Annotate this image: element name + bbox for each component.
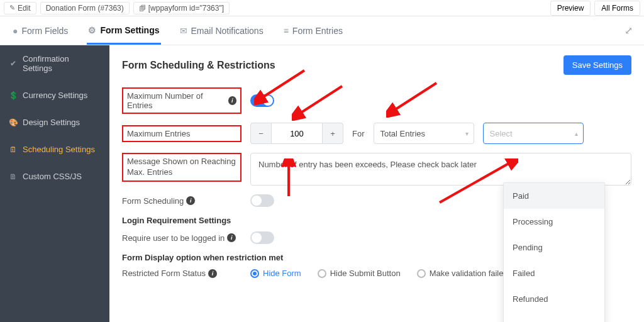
max-message-label: Message Shown on Reaching Max. Entries <box>122 153 242 182</box>
dropdown-option-abandoned[interactable]: Abandoned <box>504 312 604 322</box>
max-entries-toggle[interactable] <box>250 94 274 107</box>
sidebar-item-label: Confirmation Settings <box>23 54 101 73</box>
preview-button[interactable]: Preview <box>550 1 591 16</box>
for-select[interactable]: Total Entries▾ <box>374 123 474 144</box>
currency-icon: 💲 <box>9 91 18 100</box>
max-entries-toggle-label: Maximum Number of Entries i <box>122 87 242 114</box>
code-icon: 🗎 <box>9 172 18 181</box>
tab-label: Form Entries <box>292 26 343 36</box>
top-strip: ✎Edit Donation Form (#7363) 🗐[wppayform … <box>0 0 644 16</box>
pencil-icon: ✎ <box>9 4 15 12</box>
dropdown-option-pending[interactable]: Pending <box>504 235 604 260</box>
status-select-placeholder: Select <box>490 129 513 138</box>
max-entries-label: Maximum Entries <box>122 125 242 142</box>
radio-label: Hide Submit Button <box>330 269 401 278</box>
edit-label: Edit <box>18 4 31 13</box>
stepper-increment[interactable]: + <box>322 123 343 144</box>
form-name-chip[interactable]: Donation Form (#7363) <box>40 2 130 14</box>
restricted-status-label: Restricted Form Status i <box>122 269 242 278</box>
save-settings-button[interactable]: Save Settings <box>564 55 631 75</box>
tab-bar: ●Form Fields ⚙Form Settings ✉Email Notif… <box>0 16 644 45</box>
sidebar-item-label: Design Settings <box>23 118 80 127</box>
for-select-value: Total Entries <box>380 129 426 138</box>
all-forms-button[interactable]: All Forms <box>594 1 640 16</box>
info-icon[interactable]: i <box>208 269 217 278</box>
info-icon[interactable]: i <box>228 96 236 105</box>
info-icon[interactable]: i <box>227 233 236 242</box>
radio-label: Hide Form <box>263 269 301 278</box>
content-panel: Form Scheduling & Restrictions Save Sett… <box>109 45 644 322</box>
check-icon: ✔ <box>9 59 18 68</box>
edit-chip[interactable]: ✎Edit <box>4 2 36 14</box>
radio-hide-form[interactable]: Hide Form <box>250 269 301 278</box>
sidebar-item-confirmation[interactable]: ✔Confirmation Settings <box>0 45 109 82</box>
max-entries-stepper: − + <box>250 123 343 144</box>
mail-icon: ✉ <box>180 26 187 36</box>
radio-hide-submit[interactable]: Hide Submit Button <box>318 269 401 278</box>
status-select[interactable]: Select▴ <box>483 123 584 144</box>
list-icon: ≡ <box>284 26 289 36</box>
max-entries-input[interactable] <box>272 123 322 144</box>
sliders-icon: ⚙ <box>88 25 96 35</box>
chevron-down-icon: ▾ <box>465 130 469 137</box>
form-name-label: Donation Form (#7363) <box>46 4 124 13</box>
settings-sidebar: ✔Confirmation Settings 💲Currency Setting… <box>0 45 109 322</box>
sidebar-item-scheduling[interactable]: 🗓Scheduling Settings <box>0 136 109 163</box>
bulb-icon: ● <box>13 26 18 36</box>
page-title: Form Scheduling & Restrictions <box>122 60 275 71</box>
tab-form-settings[interactable]: ⚙Form Settings <box>87 18 160 45</box>
calendar-icon: 🗓 <box>9 145 18 154</box>
tab-label: Email Notifications <box>191 26 264 36</box>
palette-icon: 🎨 <box>9 118 18 127</box>
require-login-label: Require user to be logged in i <box>122 233 242 243</box>
require-login-toggle[interactable] <box>250 231 274 244</box>
tab-label: Form Fields <box>21 26 68 36</box>
dropdown-option-refunded[interactable]: Refunded <box>504 286 604 312</box>
sidebar-item-label: Scheduling Settings <box>23 145 95 154</box>
dropdown-option-paid[interactable]: Paid <box>504 183 604 209</box>
shortcode-chip[interactable]: 🗐[wppayform id="7363"] <box>133 2 230 14</box>
dropdown-option-processing[interactable]: Processing <box>504 209 604 235</box>
copy-icon: 🗐 <box>139 4 146 12</box>
for-label: For <box>352 129 365 138</box>
status-dropdown: Paid Processing Pending Failed Refunded … <box>503 182 605 322</box>
sidebar-item-design[interactable]: 🎨Design Settings <box>0 109 109 136</box>
sidebar-item-custom-css[interactable]: 🗎Custom CSS/JS <box>0 163 109 190</box>
max-message-textarea[interactable] <box>250 153 631 186</box>
stepper-decrement[interactable]: − <box>250 123 272 144</box>
expand-icon[interactable]: ⤢ <box>625 25 633 36</box>
sidebar-item-label: Currency Settings <box>23 91 87 100</box>
tab-form-entries[interactable]: ≡Form Entries <box>282 18 344 43</box>
shortcode-label: [wppayform id="7363"] <box>148 4 224 13</box>
sidebar-item-label: Custom CSS/JS <box>23 172 82 181</box>
sidebar-item-currency[interactable]: 💲Currency Settings <box>0 82 109 109</box>
tab-form-fields[interactable]: ●Form Fields <box>11 18 69 43</box>
form-scheduling-label: Form Scheduling i <box>122 196 242 206</box>
radio-validation-fail[interactable]: Make validation failed af <box>417 269 517 278</box>
form-scheduling-toggle[interactable] <box>250 194 274 207</box>
tab-email-notifications[interactable]: ✉Email Notifications <box>179 18 265 43</box>
dropdown-option-failed[interactable]: Failed <box>504 260 604 286</box>
info-icon[interactable]: i <box>186 196 195 205</box>
chevron-up-icon: ▴ <box>575 130 578 137</box>
tab-label: Form Settings <box>100 25 159 35</box>
